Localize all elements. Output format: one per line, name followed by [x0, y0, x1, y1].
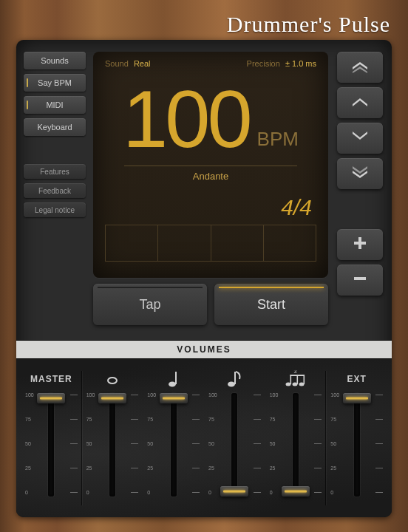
svg-rect-7: [234, 372, 236, 384]
svg-point-4: [169, 382, 176, 387]
svg-point-3: [108, 378, 117, 383]
minus-icon: [352, 270, 368, 290]
tap-label: Tap: [139, 297, 160, 313]
fader-label: MASTER: [30, 366, 72, 392]
app-frame: Drummer's Pulse SoundsSay BPMMIDIKeyboar…: [0, 0, 408, 532]
sidebar-label: MIDI: [46, 100, 63, 109]
quarter-note-icon: [166, 366, 181, 392]
bpm-big-down-button[interactable]: [337, 158, 383, 189]
fader-track[interactable]: [293, 393, 299, 497]
main-panel: SoundsSay BPMMIDIKeyboardFeaturesFeedbac…: [16, 40, 392, 517]
volumes-header: VOLUMES: [16, 340, 392, 359]
sidebar-legal-notice-button[interactable]: Legal notice: [24, 202, 86, 217]
beat-cell[interactable]: [264, 225, 316, 261]
fader-ext: EXT0255075100: [326, 366, 387, 510]
fader-knob[interactable]: [282, 486, 310, 497]
beat-cell[interactable]: [211, 225, 264, 261]
chevron-down-icon: [350, 131, 370, 146]
fader-quarter: 0255075100: [143, 366, 204, 510]
beats-minus-button[interactable]: [337, 265, 383, 296]
beat-grid: [105, 225, 316, 262]
sidebar-label: Say BPM: [38, 78, 72, 87]
svg-point-9: [293, 383, 298, 386]
sidebar-midi-button[interactable]: MIDI: [24, 96, 86, 114]
bpm-unit: BPM: [257, 128, 299, 151]
faders-panel: MASTER0255075100025507510002550751000255…: [16, 359, 392, 517]
start-label: Start: [257, 297, 285, 313]
fader-knob[interactable]: [37, 393, 65, 403]
bpm-step-column: [337, 52, 383, 296]
sidebar-label: Sounds: [41, 56, 68, 65]
sidebar-say-bpm-button[interactable]: Say BPM: [24, 74, 86, 92]
sidebar: SoundsSay BPMMIDIKeyboardFeaturesFeedbac…: [24, 52, 86, 217]
fader-label: EXT: [347, 366, 367, 392]
sidebar-sounds-button[interactable]: Sounds: [24, 52, 86, 69]
svg-point-8: [286, 383, 291, 386]
fader-track[interactable]: [48, 393, 54, 497]
fader-track[interactable]: [354, 393, 360, 497]
svg-rect-2: [354, 277, 366, 280]
svg-point-10: [299, 383, 305, 386]
sound-readout: Sound Real: [105, 59, 151, 68]
bpm-up-button[interactable]: [337, 87, 383, 118]
time-signature[interactable]: 4/4: [105, 195, 316, 220]
fader-knob[interactable]: [220, 486, 248, 497]
bpm-value: 100: [123, 78, 250, 160]
chevron-up-icon: [350, 95, 370, 110]
svg-rect-14: [290, 375, 305, 376]
fader-eighth: 0255075100: [204, 366, 265, 510]
svg-rect-5: [175, 372, 177, 384]
triplet-note-icon: 3: [285, 366, 307, 392]
fader-whole: 0255075100: [82, 366, 143, 510]
beats-plus-button[interactable]: [337, 229, 383, 260]
svg-text:3: 3: [294, 370, 298, 374]
bpm-big-up-button[interactable]: [337, 52, 383, 83]
fader-knob[interactable]: [160, 393, 188, 403]
fader-track[interactable]: [171, 393, 177, 497]
double-chevron-down-icon: [350, 165, 370, 183]
fader-knob[interactable]: [98, 393, 126, 403]
beat-cell[interactable]: [106, 225, 158, 261]
fader-knob[interactable]: [343, 393, 371, 403]
start-button[interactable]: Start: [214, 284, 328, 325]
action-row: Tap Start: [93, 284, 328, 325]
svg-rect-1: [354, 242, 366, 245]
bpm-down-button[interactable]: [337, 123, 383, 154]
precision-readout: Precision ± 1.0 ms: [247, 59, 316, 68]
double-chevron-up-icon: [350, 58, 370, 76]
tap-button[interactable]: Tap: [93, 284, 207, 325]
tempo-name: Andante: [124, 166, 298, 182]
eighth-note-icon: [226, 366, 242, 392]
fader-track[interactable]: [231, 393, 237, 497]
sound-label: Sound: [105, 59, 129, 68]
plus-icon: [352, 235, 368, 254]
beat-cell[interactable]: [158, 225, 211, 261]
app-title: Drummer's Pulse: [227, 12, 390, 37]
bpm-display: Sound Real Precision ± 1.0 ms 100 BPM An…: [93, 52, 328, 278]
svg-point-6: [228, 382, 235, 387]
sound-value: Real: [134, 59, 151, 68]
fader-track[interactable]: [109, 393, 115, 497]
sidebar-features-button[interactable]: Features: [24, 164, 86, 179]
precision-label: Precision: [247, 59, 280, 68]
whole-note-icon: [105, 366, 120, 392]
sidebar-feedback-button[interactable]: Feedback: [24, 183, 86, 198]
sidebar-label: Keyboard: [37, 123, 72, 132]
precision-value: ± 1.0 ms: [285, 59, 316, 68]
fader-master: MASTER0255075100: [21, 366, 82, 510]
sidebar-keyboard-button[interactable]: Keyboard: [24, 118, 86, 136]
fader-triplet: 30255075100: [265, 366, 327, 510]
